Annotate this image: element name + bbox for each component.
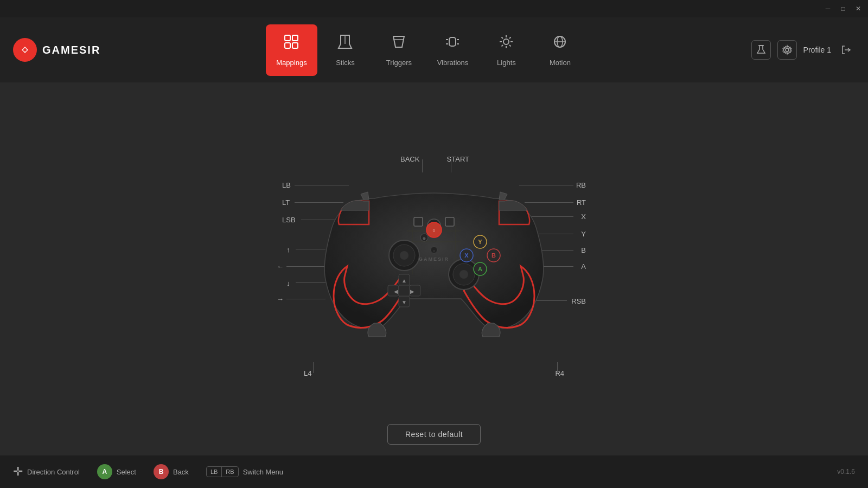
tab-lights-label: Lights: [497, 59, 516, 67]
svg-text:X: X: [464, 252, 469, 259]
switch-menu-item: LB RB Switch Menu: [206, 466, 283, 477]
svg-rect-46: [399, 285, 410, 296]
svg-text:▶: ▶: [410, 288, 414, 294]
svg-point-41: [400, 251, 409, 260]
r4-label[interactable]: R4: [555, 369, 564, 377]
svg-rect-3: [292, 35, 298, 41]
svg-rect-5: [292, 43, 298, 48]
left-label[interactable]: ←: [277, 262, 284, 271]
logo-icon: [13, 38, 37, 62]
svg-text:○: ○: [432, 228, 435, 233]
logo: GAMESIR: [13, 38, 100, 62]
rb-label[interactable]: RB: [576, 181, 586, 189]
svg-text:○: ○: [433, 249, 435, 253]
switch-menu-label: Switch Menu: [243, 468, 283, 476]
tab-sticks[interactable]: Sticks: [320, 24, 371, 76]
svg-point-13: [503, 39, 509, 44]
down-label[interactable]: ↓: [286, 279, 290, 287]
minimize-button[interactable]: ─: [822, 3, 833, 14]
b-label[interactable]: B: [581, 246, 586, 254]
b-button-indicator: B: [154, 464, 169, 479]
lsb-label[interactable]: LSB: [282, 216, 296, 224]
l4-label[interactable]: L4: [304, 369, 311, 377]
profile-area: Profile 1: [751, 40, 855, 60]
tab-triggers[interactable]: Triggers: [373, 24, 425, 76]
svg-text:▲: ▲: [401, 278, 407, 284]
nav-tabs: Mappings Sticks Triggers: [266, 24, 586, 76]
profile-label: Profile 1: [803, 46, 831, 54]
svg-rect-4: [285, 43, 290, 48]
back-label: Back: [173, 468, 189, 476]
back-item: B Back: [154, 464, 189, 479]
a-label[interactable]: A: [581, 262, 586, 271]
svg-text:B: B: [492, 252, 496, 259]
right-label[interactable]: →: [277, 295, 284, 303]
main-content: LB LT LSB ↑ ← ↓ → RB RT X Y B A RSB BACK: [0, 82, 868, 455]
svg-rect-36: [445, 217, 454, 226]
select-item: A Select: [97, 464, 136, 479]
tab-motion[interactable]: Motion: [534, 24, 586, 76]
sticks-icon: [336, 33, 354, 54]
rt-label[interactable]: RT: [577, 198, 586, 207]
lb-label[interactable]: LB: [282, 181, 291, 189]
logo-text: GAMESIR: [42, 44, 100, 56]
y-label[interactable]: Y: [581, 230, 586, 238]
lt-label[interactable]: LT: [282, 198, 290, 207]
x-label[interactable]: X: [581, 213, 586, 221]
tab-vibrations[interactable]: Vibrations: [427, 24, 478, 76]
vibrations-icon: [444, 33, 461, 54]
controller-area: LB LT LSB ↑ ← ↓ → RB RT X Y B A RSB BACK: [271, 150, 597, 388]
rsb-label[interactable]: RSB: [571, 297, 586, 305]
svg-line-18: [502, 37, 503, 39]
tab-lights[interactable]: Lights: [481, 24, 532, 76]
svg-line-21: [502, 45, 503, 47]
svg-text:▼: ▼: [401, 299, 407, 305]
title-bar: ─ □ ✕: [0, 0, 868, 17]
header: GAMESIR Mappings Stick: [0, 17, 868, 82]
svg-rect-2: [285, 35, 290, 41]
tab-mappings[interactable]: Mappings: [266, 24, 317, 76]
svg-point-26: [786, 48, 789, 52]
direction-control-item: ✛ Direction Control: [13, 465, 80, 479]
svg-rect-32: [414, 217, 423, 226]
controller-svg: ○ ⊕ ▲: [320, 166, 548, 356]
back-label[interactable]: BACK: [400, 155, 419, 163]
l4-line: [313, 362, 314, 373]
svg-line-20: [509, 37, 511, 39]
start-label[interactable]: START: [447, 155, 469, 163]
logout-button[interactable]: [838, 41, 855, 59]
motion-icon: [551, 33, 569, 54]
maximize-button[interactable]: □: [838, 3, 848, 14]
lb-indicator: LB: [207, 467, 222, 477]
close-button[interactable]: ✕: [853, 3, 864, 14]
svg-text:⊕: ⊕: [423, 236, 426, 240]
tab-mappings-label: Mappings: [276, 59, 307, 67]
settings-icon[interactable]: [777, 40, 797, 60]
svg-text:GAMESIR: GAMESIR: [419, 256, 449, 262]
triggers-icon: [390, 33, 407, 54]
svg-rect-8: [449, 37, 456, 46]
mappings-icon: [283, 33, 300, 54]
lb-rb-indicator: LB RB: [206, 466, 239, 477]
svg-point-53: [459, 270, 468, 279]
svg-text:Y: Y: [478, 239, 482, 245]
lights-icon: [497, 33, 515, 54]
flask-icon[interactable]: [751, 40, 771, 60]
rb-indicator: RB: [222, 467, 238, 477]
dpad-icon: ✛: [13, 465, 23, 479]
a-button-indicator: A: [97, 464, 112, 479]
tab-vibrations-label: Vibrations: [437, 59, 469, 67]
r4-line: [557, 362, 558, 373]
svg-line-19: [509, 45, 511, 47]
tab-motion-label: Motion: [550, 59, 571, 67]
svg-point-1: [23, 48, 27, 52]
svg-text:◀: ◀: [394, 288, 398, 294]
up-label[interactable]: ↑: [286, 246, 290, 254]
select-label: Select: [117, 468, 136, 476]
reset-default-button[interactable]: Reset to default: [387, 424, 481, 445]
direction-control-label: Direction Control: [27, 468, 80, 476]
tab-sticks-label: Sticks: [336, 59, 355, 67]
bottom-bar: ✛ Direction Control A Select B Back LB R…: [0, 455, 868, 488]
version-label: v0.1.6: [837, 468, 855, 476]
tab-triggers-label: Triggers: [386, 59, 412, 67]
